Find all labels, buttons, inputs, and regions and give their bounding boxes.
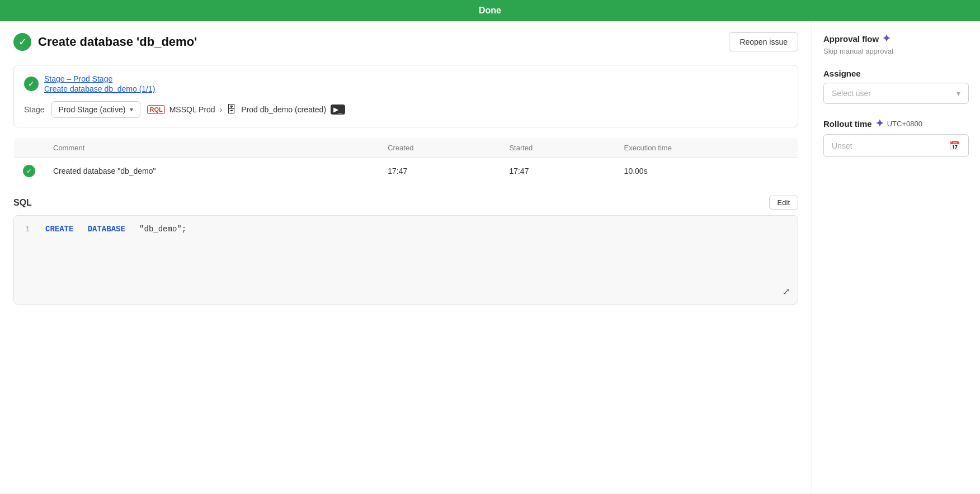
row-comment: Created database "db_demo"	[44, 158, 379, 184]
arrow-icon: ›	[220, 105, 223, 114]
sql-label: SQL	[13, 198, 32, 208]
assignee-title: Assignee	[823, 69, 969, 78]
stage-check-icon: ✓	[24, 77, 39, 91]
rollout-time-label: Rollout time	[823, 119, 872, 129]
expand-icon[interactable]: ⤢	[783, 286, 790, 297]
select-user-placeholder: Select user	[832, 89, 871, 98]
col-check	[14, 138, 45, 158]
stage-label: Stage	[24, 105, 45, 114]
sql-section-header: SQL Edit	[13, 196, 798, 210]
sidebar: Approval flow ✦ Skip manual approval Ass…	[812, 21, 980, 493]
row-started: 17:47	[500, 158, 615, 184]
rollout-magic-star-icon: ✦	[875, 117, 884, 130]
sql-value: "db_demo";	[139, 225, 186, 234]
magic-star-icon: ✦	[882, 32, 891, 45]
terminal-icon[interactable]: ▶_	[331, 104, 345, 115]
table-header-row: Comment Created Started Execution time	[14, 138, 798, 158]
sql-code-block: 1 CREATE DATABASE "db_demo"; ⤢	[13, 215, 798, 305]
chevron-down-icon: ▾	[130, 106, 133, 113]
issue-status-check: ✓	[13, 33, 31, 51]
mssql-icon: RQL	[147, 105, 164, 114]
stage-select-value: Prod Stage (active)	[59, 105, 126, 114]
stage-prod-link[interactable]: Stage – Prod Stage	[44, 74, 155, 83]
stage-select[interactable]: Prod Stage (active) ▾	[51, 101, 141, 118]
sql-keyword-database: DATABASE	[88, 225, 125, 234]
stage-row: Stage Prod Stage (active) ▾ RQL MSSQL Pr…	[24, 101, 788, 118]
pipeline-source: MSSQL Prod	[169, 105, 215, 114]
approval-flow-title: Approval flow ✦	[823, 32, 969, 45]
select-user-dropdown[interactable]: Select user ▾	[823, 83, 969, 104]
issue-header: ✓ Create database 'db_demo' Reopen issue	[13, 32, 798, 51]
stage-sub-link[interactable]: Create database db_demo (1/1)	[44, 84, 155, 93]
rollout-time-section: Rollout time ✦ UTC+0800 Unset 📅	[823, 117, 969, 157]
sql-line-number: 1	[25, 225, 34, 234]
col-comment: Comment	[44, 138, 379, 158]
table-row: ✓ Created database "db_demo" 17:47 17:47…	[14, 158, 798, 184]
col-execution-time: Execution time	[615, 138, 798, 158]
row-check-cell: ✓	[14, 158, 45, 184]
sql-content: CREATE DATABASE "db_demo";	[45, 225, 186, 234]
top-bar: Done	[0, 0, 980, 21]
sql-line-1: 1 CREATE DATABASE "db_demo";	[25, 225, 786, 234]
stage-links: Stage – Prod Stage Create database db_de…	[44, 74, 155, 93]
stage-section: ✓ Stage – Prod Stage Create database db_…	[13, 65, 798, 127]
col-created: Created	[379, 138, 500, 158]
rollout-time-title: Rollout time ✦ UTC+0800	[823, 117, 969, 130]
issue-title-group: ✓ Create database 'db_demo'	[13, 33, 197, 51]
approval-flow-label: Approval flow	[823, 34, 879, 44]
edit-button[interactable]: Edit	[769, 196, 798, 210]
row-execution-time: 10.00s	[615, 158, 798, 184]
row-check-icon: ✓	[23, 165, 35, 177]
col-started: Started	[500, 138, 615, 158]
execution-table: Comment Created Started Execution time ✓…	[13, 137, 798, 184]
sql-keyword-create: CREATE	[45, 225, 73, 234]
approval-flow-section: Approval flow ✦ Skip manual approval	[823, 32, 969, 55]
stage-header: ✓ Stage – Prod Stage Create database db_…	[24, 74, 788, 93]
main-content: ✓ Create database 'db_demo' Reopen issue…	[0, 21, 812, 493]
calendar-icon: 📅	[949, 140, 960, 151]
row-created: 17:47	[379, 158, 500, 184]
unset-placeholder: Unset	[832, 141, 852, 150]
reopen-button[interactable]: Reopen issue	[729, 32, 798, 51]
timezone-badge: UTC+0800	[887, 120, 922, 128]
skip-manual-approval-text: Skip manual approval	[823, 47, 969, 55]
pipeline-info: RQL MSSQL Prod › 🗄 Prod db_demo (created…	[147, 104, 345, 116]
pipeline-target: Prod db_demo (created)	[241, 105, 326, 114]
issue-title: Create database 'db_demo'	[38, 35, 197, 49]
top-bar-label: Done	[479, 6, 501, 15]
assignee-section: Assignee Select user ▾	[823, 69, 969, 104]
database-icon: 🗄	[227, 104, 237, 116]
rollout-time-input[interactable]: Unset 📅	[823, 134, 969, 157]
select-user-chevron: ▾	[957, 89, 960, 98]
